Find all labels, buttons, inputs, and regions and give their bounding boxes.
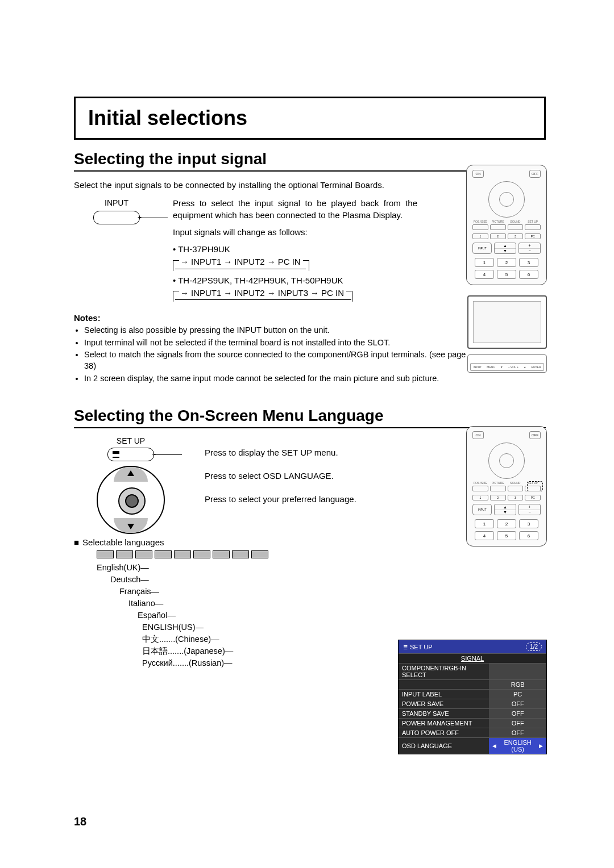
notes-list: Selecting is also possible by pressing t… [74, 325, 471, 384]
page-title: Initial selections [88, 106, 532, 130]
plasma-base-icon: INPUT MENU ▼ – VOL + ▲ ENTER [467, 354, 547, 373]
remote-wheel-icon [488, 443, 525, 479]
lang-item: Français — [97, 586, 546, 598]
lang-item: Deutsch — [97, 574, 546, 586]
remote-illustration-top: ONOFF POS./SIZEPICTURESOUNDSET UP 123PC … [466, 165, 547, 285]
note-item: Select to match the signals from the sou… [84, 349, 471, 372]
setup-col: SET UP + [74, 436, 188, 534]
section2-heading: Selecting the On-Screen Menu Language [74, 407, 546, 425]
lang-item: English(UK) — [97, 562, 546, 574]
input-button-icon: + [93, 211, 140, 224]
right-arrow-icon: ▶ [539, 743, 543, 749]
note-item: Selecting is also possible by pressing t… [84, 325, 471, 336]
osd-page-indicator: 1/2 [526, 642, 542, 651]
change-intro: Input signals will change as follows: [173, 227, 417, 238]
lang-item: Italiano — [97, 598, 546, 610]
left-arrow-icon: ◀ [492, 743, 496, 749]
page-number: 18 [74, 815, 86, 828]
lang-swatches [97, 550, 546, 558]
down-arrow-icon [127, 524, 134, 529]
model-b: • TH-42PS9UK, TH-42PH9UK, TH-50PH9UK [173, 275, 417, 286]
setup-button-label: SET UP [117, 436, 145, 445]
seq-a: → INPUT1 → INPUT2 → PC IN [173, 256, 417, 269]
osd-title-bar: ≣SET UP 1/2 [399, 640, 546, 653]
seq-b: → INPUT1 → INPUT2 → INPUT3 → PC IN [173, 287, 417, 300]
note-item: In 2 screen display, the same input mode… [84, 373, 471, 385]
remote-input-button: INPUT [472, 243, 492, 254]
display-unit-illustration: INPUT MENU ▼ – VOL + ▲ ENTER [467, 295, 547, 381]
up-arrow-icon [127, 470, 134, 476]
lang-item: ENGLISH(US) — [97, 621, 546, 633]
remote-illustration-bottom: ONOFF POS./SIZEPICTURESOUNDSET UP 123PC … [466, 426, 547, 546]
input-button-col: INPUT + [74, 198, 159, 224]
input-button-label: INPUT [105, 198, 128, 208]
osd-signal: SIGNAL [399, 654, 546, 663]
nav-wheel-icon [97, 466, 165, 534]
page-title-box: Initial selections [74, 97, 546, 140]
model-a: • TH-37PH9UK [173, 244, 417, 255]
osd-menu: ≣SET UP 1/2 SIGNAL COMPONENT/RGB-IN SELE… [398, 640, 547, 754]
input-desc: Press to select the input signal to be p… [173, 198, 417, 221]
menu-icon: ≣ [403, 644, 408, 650]
osd-selected-row: OSD LANGUAGE ◀ENGLISH (US)▶ [399, 738, 546, 754]
lang-item: Español — [97, 610, 546, 621]
plasma-screen-icon [467, 295, 547, 349]
note-item: Input terminal will not be selected if t… [84, 337, 471, 349]
remote-wheel-icon [488, 181, 525, 218]
input-desc-col: Press to select the input signal to be p… [173, 198, 417, 306]
setup-button-icon: + [107, 448, 154, 461]
